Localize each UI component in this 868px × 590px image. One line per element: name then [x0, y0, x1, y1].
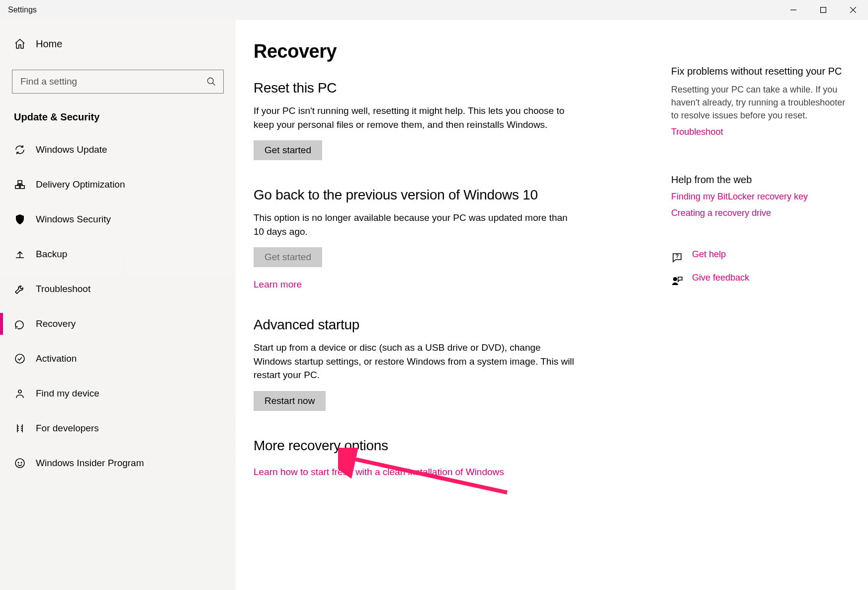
svg-text:?: ? — [676, 254, 679, 259]
titlebar: Settings — [0, 0, 868, 20]
aside-link-recovery-drive[interactable]: Creating a recovery drive — [671, 208, 850, 218]
sidebar-item-find-my-device[interactable]: Find my device — [0, 380, 236, 407]
section-go-back: Go back to the previous version of Windo… — [254, 187, 577, 290]
minimize-button[interactable] — [779, 0, 808, 20]
section-advanced-startup: Advanced startup Start up from a device … — [254, 317, 577, 411]
sidebar-item-label: Troubleshoot — [36, 284, 90, 295]
goback-get-started-button: Get started — [254, 247, 322, 267]
section-body: This option is no longer available becau… — [254, 211, 577, 238]
section-title: Go back to the previous version of Windo… — [254, 187, 577, 203]
sidebar-item-label: Backup — [36, 249, 67, 260]
section-reset-this-pc: Reset this PC If your PC isn't running w… — [254, 80, 577, 160]
svg-point-7 — [15, 459, 24, 468]
chat-help-icon: ? — [671, 252, 683, 264]
aside-column: Fix problems without resetting your PC R… — [671, 41, 850, 569]
location-person-icon — [14, 388, 26, 399]
section-title: Reset this PC — [254, 80, 577, 96]
settings-window: Settings Home — [0, 0, 868, 590]
close-button[interactable] — [838, 0, 868, 20]
section-title: Advanced startup — [254, 317, 577, 333]
svg-rect-0 — [821, 7, 826, 13]
svg-rect-2 — [15, 186, 19, 189]
section-body: Start up from a device or disc (such as … — [254, 341, 577, 382]
aside-link-bitlocker[interactable]: Finding my BitLocker recovery key — [671, 192, 850, 202]
minimize-icon — [790, 7, 796, 13]
sidebar-item-for-developers[interactable]: For developers — [0, 414, 236, 442]
insider-icon — [14, 457, 26, 469]
svg-point-1 — [208, 78, 214, 84]
aside-title: Fix problems without resetting your PC — [671, 66, 850, 77]
restart-now-button[interactable]: Restart now — [254, 391, 326, 411]
main: Recovery Reset this PC If your PC isn't … — [236, 20, 868, 590]
svg-point-5 — [15, 354, 24, 363]
svg-point-8 — [18, 462, 19, 464]
svg-point-6 — [18, 390, 21, 393]
sidebar-item-label: Find my device — [36, 388, 99, 399]
sidebar-item-delivery-optimization[interactable]: Delivery Optimization — [0, 171, 236, 198]
svg-rect-3 — [20, 186, 24, 189]
sidebar-item-windows-update[interactable]: Windows Update — [0, 136, 236, 164]
section-title: More recovery options — [254, 438, 577, 454]
sidebar-item-recovery[interactable]: Recovery — [0, 310, 236, 338]
aside-body: Resetting your PC can take a while. If y… — [671, 83, 850, 122]
give-feedback-row[interactable]: Give feedback — [671, 273, 850, 289]
svg-point-9 — [21, 462, 22, 464]
aside-fix-problems: Fix problems without resetting your PC R… — [671, 66, 850, 143]
sidebar-item-windows-insider[interactable]: Windows Insider Program — [0, 449, 236, 477]
feedback-icon — [671, 275, 683, 287]
developers-icon — [14, 422, 26, 434]
maximize-icon — [820, 7, 826, 13]
get-help-link[interactable]: Get help — [692, 249, 726, 260]
sidebar-item-label: Recovery — [36, 318, 76, 329]
wrench-icon — [14, 283, 26, 295]
delivery-icon — [14, 179, 26, 191]
search-icon — [206, 77, 216, 87]
shield-icon — [14, 213, 26, 225]
maximize-button[interactable] — [808, 0, 838, 20]
sidebar-home[interactable]: Home — [12, 30, 224, 58]
svg-rect-4 — [18, 181, 22, 184]
backup-icon — [14, 248, 26, 260]
start-fresh-link[interactable]: Learn how to start fresh with a clean in… — [254, 467, 504, 478]
aside-troubleshoot-link[interactable]: Troubleshoot — [671, 127, 723, 137]
sidebar-home-label: Home — [36, 38, 62, 50]
sidebar-item-label: Activation — [36, 353, 77, 364]
sidebar-item-activation[interactable]: Activation — [0, 345, 236, 373]
sidebar-item-troubleshoot[interactable]: Troubleshoot — [0, 275, 236, 303]
section-body: If your PC isn't running well, resetting… — [254, 104, 577, 131]
sidebar-item-label: Delivery Optimization — [36, 179, 125, 190]
sidebar-item-label: For developers — [36, 423, 99, 434]
search-input-wrap[interactable] — [12, 70, 224, 94]
sidebar-category-title: Update & Security — [12, 111, 224, 123]
page-title: Recovery — [254, 41, 577, 62]
reset-get-started-button[interactable]: Get started — [254, 140, 322, 160]
give-feedback-link[interactable]: Give feedback — [692, 273, 749, 283]
recovery-icon — [14, 318, 26, 330]
sidebar-item-backup[interactable]: Backup — [0, 240, 236, 268]
check-circle-icon — [14, 353, 26, 365]
goback-learn-more-link[interactable]: Learn more — [254, 279, 302, 290]
content-column: Recovery Reset this PC If your PC isn't … — [254, 41, 577, 569]
window-title: Settings — [8, 5, 37, 14]
window-body: Home Update & Security Windows Update De… — [0, 20, 868, 590]
sync-icon — [14, 144, 26, 156]
sidebar-item-label: Windows Update — [36, 144, 107, 155]
svg-point-11 — [673, 277, 677, 281]
sidebar-item-label: Windows Security — [36, 214, 111, 225]
aside-title: Help from the web — [671, 174, 850, 186]
aside-help-from-web: Help from the web Finding my BitLocker r… — [671, 174, 850, 218]
close-icon — [850, 7, 856, 13]
sidebar-item-label: Windows Insider Program — [36, 458, 144, 469]
get-help-row[interactable]: ? Get help — [671, 249, 850, 266]
sidebar: Home Update & Security Windows Update De… — [0, 20, 236, 590]
aside-support: ? Get help Give feedback — [671, 249, 850, 289]
section-more-recovery: More recovery options Learn how to start… — [254, 438, 577, 478]
sidebar-item-windows-security[interactable]: Windows Security — [0, 205, 236, 233]
search-input[interactable] — [19, 76, 206, 88]
home-icon — [14, 38, 26, 50]
window-controls — [779, 0, 868, 20]
